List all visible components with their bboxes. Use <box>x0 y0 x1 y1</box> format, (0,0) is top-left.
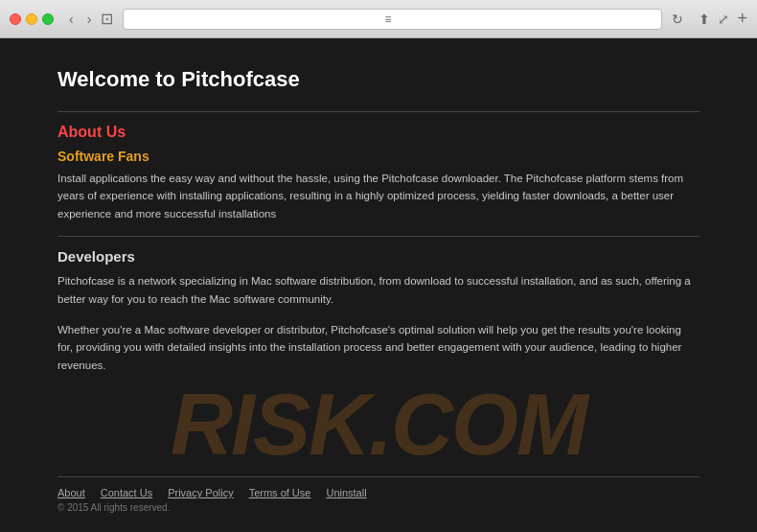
close-button[interactable] <box>10 13 21 25</box>
developers-para1: Pitchofcase is a network specializing in… <box>57 272 700 308</box>
divider <box>57 111 700 112</box>
copyright: © 2015 All rights reserved. <box>57 502 700 513</box>
webpage: RISK.COM Welcome to Pitchofcase About Us… <box>0 38 757 532</box>
refresh-button[interactable]: ↻ <box>672 12 683 27</box>
maximize-button[interactable] <box>42 13 54 25</box>
footer-link-uninstall[interactable]: Uninstall <box>326 487 366 498</box>
forward-button[interactable]: › <box>83 10 96 29</box>
about-us-title: About Us <box>57 124 700 141</box>
footer-links: About Contact Us Privacy Policy Terms of… <box>57 487 700 498</box>
tab-view-icon: ⊡ <box>101 10 113 28</box>
footer-link-terms[interactable]: Terms of Use <box>249 487 311 498</box>
traffic-lights <box>10 13 54 25</box>
browser-actions: ⬆ ⤢ <box>699 12 729 27</box>
address-bar[interactable]: ≡ <box>123 9 662 30</box>
page-content: Welcome to Pitchofcase About Us Software… <box>0 38 757 532</box>
footer-link-about[interactable]: About <box>57 487 85 498</box>
share-button[interactable]: ⬆ <box>699 12 710 27</box>
browser-chrome: ‹ › ⊡ ≡ ↻ ⬆ ⤢ + <box>0 0 757 38</box>
software-fans-subtitle: Software Fans <box>57 149 700 164</box>
new-tab-button[interactable]: + <box>737 9 747 29</box>
divider-2 <box>57 236 700 237</box>
page-title: Welcome to Pitchofcase <box>57 67 700 92</box>
minimize-button[interactable] <box>26 13 37 25</box>
developers-title: Developers <box>57 248 700 265</box>
footer: About Contact Us Privacy Policy Terms of… <box>57 476 700 513</box>
developers-para2: Whether you're a Mac software developer … <box>57 321 700 374</box>
reader-icon: ≡ <box>384 12 391 26</box>
footer-link-contact[interactable]: Contact Us <box>101 487 152 498</box>
software-fans-body: Install applications the easy way and wi… <box>57 170 700 222</box>
fullscreen-button[interactable]: ⤢ <box>718 12 729 27</box>
footer-link-privacy[interactable]: Privacy Policy <box>168 487 233 498</box>
back-button[interactable]: ‹ <box>65 10 78 29</box>
